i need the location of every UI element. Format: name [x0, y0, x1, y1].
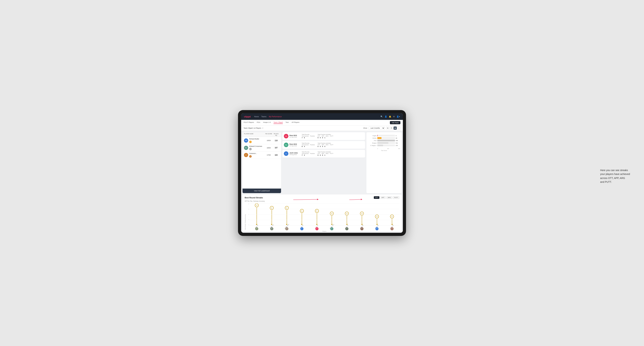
team-name: Team Clippd | 14 Players — [244, 127, 261, 129]
chart-bar-pars: Pars 499 — [368, 140, 400, 141]
card-stats: Total Rounds Tournament Practice 7 6 — [302, 134, 364, 139]
stat-label: Total Practice Activities — [318, 134, 334, 135]
y-axis-label: Best Streak, Fairway Accuracy — [245, 203, 246, 230]
bar-fill — [377, 140, 395, 141]
player-row[interactable]: C Cameron... 3 17/20 103 — [242, 152, 281, 159]
bar-wrap — [377, 140, 395, 141]
card-info: JC Josh Coles 26 Aug 2023 — [284, 151, 300, 156]
main-content: Team Clippd | 14 Players ✏ Show Last 3 m… — [241, 126, 403, 233]
player-label: E. Crossman EC — [324, 226, 339, 230]
total-rounds-group: Total Rounds Tournament Practice 7 2 — [302, 151, 315, 156]
chart-col-miller: 4x — [354, 203, 369, 225]
time-filter-select[interactable]: Last 3 months Last 6 months Last 12 mont… — [368, 127, 385, 130]
card-name: Rees Britt — [290, 143, 297, 145]
subnav-tour[interactable]: Tour — [286, 121, 289, 124]
export-btn[interactable]: ↓ — [397, 127, 400, 130]
streak-line — [362, 216, 362, 223]
streak-dot — [271, 224, 272, 225]
bar-value: 499 — [396, 140, 400, 141]
filter-arg[interactable]: ARG — [386, 196, 392, 199]
subnav-all-players[interactable]: All Players — [292, 121, 300, 124]
player-label: M. Miller MM — [354, 226, 369, 230]
total-rounds-group: Total Rounds Tournament Practice 8 4 — [302, 142, 315, 147]
streak-line — [272, 210, 272, 223]
notification-icon[interactable]: 🔔 — [389, 116, 391, 118]
streak-dot — [331, 224, 332, 225]
bar-value: 311 — [396, 142, 400, 144]
card-info: RB Rees Britt 02 Sep 2023 — [284, 134, 300, 139]
view-leaderboard-button[interactable]: View Full Leaderboard — [242, 188, 281, 193]
card-view-btn[interactable]: ▦ — [394, 127, 397, 130]
subnav-pgat[interactable]: PGAT Players — [244, 121, 254, 124]
content-header: Team Clippd | 14 Players ✏ Show Last 3 m… — [241, 126, 403, 131]
pb-score: 19/20 — [265, 140, 273, 141]
card-stats: Total Rounds Tournament Practice 8 4 — [302, 142, 364, 147]
player-columns: 7x 6x — [249, 203, 399, 225]
streak-dot — [286, 224, 287, 225]
streak-dot — [256, 224, 257, 225]
pb-avg: 103 — [273, 154, 280, 156]
bar-fill — [377, 142, 388, 144]
stat-label: Total Rounds — [302, 142, 315, 144]
subnav-pga[interactable]: PGA — [257, 121, 260, 124]
settings-icon[interactable]: ⚙ — [393, 116, 395, 118]
section-title: Best Round Streaks — [245, 197, 263, 199]
nav-home[interactable]: Home — [254, 116, 259, 118]
user-icon[interactable]: 👤 — [385, 116, 387, 118]
player-label: C. Quick CQ — [385, 226, 399, 230]
left-panel: PLAYER NAME PB SCORE PB AVG SQ RB Richar… — [242, 132, 281, 193]
add-team-button[interactable]: Add Team — [390, 121, 400, 124]
nav-teams[interactable]: Teams — [261, 116, 266, 118]
streak-line — [256, 208, 257, 223]
avatar-icon[interactable]: 👤▾ — [396, 116, 400, 118]
player-table-header: PLAYER NAME PB SCORE PB AVG SQ — [242, 132, 281, 137]
show-label: Show — [363, 127, 367, 129]
bar-fill — [377, 137, 382, 139]
best-round-streaks-section: Best Round Streaks OTT APP ARG PUTT Off … — [242, 194, 402, 231]
subnav-team-clippd[interactable]: Team Clippd — [274, 121, 283, 124]
chart-x-labels: 0 200 400 — [368, 148, 400, 149]
chart-col-quick: 3x — [385, 203, 399, 225]
team-info: Team Clippd | 14 Players ✏ — [244, 127, 264, 129]
pb-avg: 110 — [273, 140, 280, 142]
nav-my-performance[interactable]: My Performance — [269, 116, 282, 118]
player-row[interactable]: EC Edward Crossman 2 18/20 107 — [242, 144, 281, 152]
edit-icon[interactable]: ✏ — [262, 127, 264, 129]
search-icon[interactable]: 🔍 — [380, 116, 383, 118]
filter-putt[interactable]: PUTT — [393, 196, 399, 199]
card-date: 26 Aug 2023 — [290, 154, 298, 155]
stat-cols: Tournament Practice — [302, 144, 315, 146]
bar-fill — [377, 135, 378, 137]
list-view-btn[interactable]: ☰ — [390, 127, 393, 130]
player-info: Edward Crossman 2 — [249, 145, 265, 151]
chart-col-ford: 4x — [340, 203, 354, 225]
player-label: E. Ebert EE — [249, 226, 264, 230]
streak-bubble: 6x — [270, 206, 274, 210]
player-card: RBr Rees Britt 02 Sep 2023 Total Rounds … — [282, 141, 365, 149]
tablet-frame: clippd Home Teams My Performance 🔍 👤 🔔 ⚙… — [238, 110, 406, 236]
player-labels-row: E. Ebert EE B. McHerg BM D. Billingham D… — [249, 226, 399, 230]
streak-bubble: 4x — [345, 212, 349, 215]
stat-vals: 0 0 0 1 — [318, 137, 334, 139]
total-rounds-group: Total Rounds Tournament Practice 7 6 — [302, 134, 315, 139]
streak-dot — [362, 224, 362, 225]
chart-col-billingham: 6x — [280, 203, 294, 225]
col-player-name: PLAYER NAME — [244, 133, 265, 136]
filter-ott[interactable]: OTT — [374, 196, 380, 199]
card-name: Josh Coles — [290, 152, 298, 154]
stat-cols: OTT APP ARG PUTT — [318, 144, 334, 146]
streak-line — [377, 219, 377, 223]
subnav-hcaps[interactable]: Hcaps 1-5 — [263, 121, 270, 124]
player-label: D. Ford DF — [340, 226, 354, 230]
card-info: RBr Rees Britt 02 Sep 2023 — [284, 142, 300, 147]
streak-line — [392, 219, 392, 223]
card-date: 02 Sep 2023 — [290, 145, 297, 147]
grid-view-btn[interactable]: ⊞ — [386, 127, 390, 130]
streak-bubble: 7x — [255, 203, 259, 207]
filter-app[interactable]: APP — [380, 196, 386, 199]
stat-vals: 7 6 — [302, 137, 315, 139]
player-row[interactable]: RB Richard Butler 1 19/20 110 — [242, 137, 281, 144]
app-logo: clippd — [244, 115, 250, 118]
chart-total-shots-label: Total Shots — [368, 150, 400, 151]
chart-col-mcherg: 6x — [264, 203, 279, 225]
